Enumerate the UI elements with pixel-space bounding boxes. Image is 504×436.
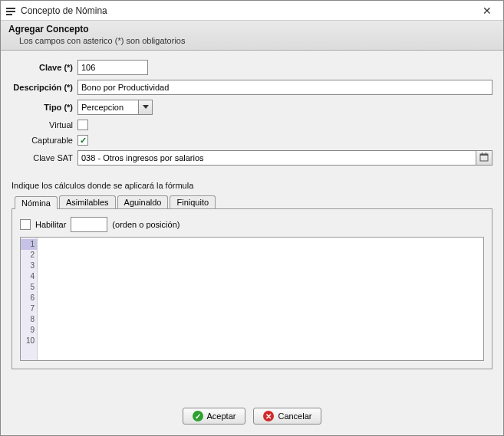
chevron-down-icon — [138, 100, 152, 114]
svg-rect-4 — [480, 154, 488, 156]
clavesat-label: Clave SAT — [12, 153, 77, 162]
tab-panel: Habilitar (orden o posición) 1 2 3 4 5 6… — [12, 208, 492, 369]
clave-label: Clave (*) — [12, 63, 77, 72]
form-area: Clave (*) Descripción (*) Tipo (*) Perce… — [1, 51, 503, 175]
line-number: 6 — [21, 293, 37, 303]
virtual-label: Virtual — [12, 120, 77, 129]
dialog-window: Concepto de Nómina ✕ Agregar Concepto Lo… — [0, 0, 504, 436]
cancel-label: Cancelar — [278, 411, 311, 421]
close-button[interactable]: ✕ — [476, 3, 499, 18]
line-number: 5 — [21, 282, 37, 293]
header-subtitle: Los campos con asterico (*) son obligato… — [19, 36, 496, 45]
app-icon — [5, 5, 16, 16]
line-number: 7 — [21, 303, 37, 314]
calendar-icon — [479, 152, 489, 163]
tab-aguinaldo[interactable]: Aguinaldo — [117, 195, 169, 208]
orden-input[interactable] — [71, 217, 107, 232]
window-title: Concepto de Nómina — [21, 5, 476, 16]
cancel-button[interactable]: ✕ Cancelar — [253, 408, 321, 425]
cancel-icon: ✕ — [263, 411, 274, 421]
accept-button[interactable]: ✓ Aceptar — [183, 408, 246, 425]
code-editor[interactable]: 1 2 3 4 5 6 7 8 9 10 — [20, 237, 484, 361]
line-number: 2 — [21, 250, 37, 261]
tipo-label: Tipo (*) — [12, 103, 77, 112]
tab-asimilables[interactable]: Asimilables — [59, 195, 116, 208]
virtual-checkbox[interactable] — [77, 120, 88, 130]
tab-nomina[interactable]: Nómina — [15, 196, 58, 209]
tipo-select-value: Percepcion — [81, 103, 124, 112]
tabs-area: Nómina Asimilables Aguinaldo Finiquito H… — [12, 193, 492, 369]
orden-hint: (orden o posición) — [112, 220, 180, 229]
clave-input[interactable] — [77, 60, 148, 75]
line-number: 8 — [21, 314, 37, 325]
line-number: 1 — [21, 239, 37, 250]
tab-finiquito[interactable]: Finiquito — [170, 195, 216, 208]
habilitar-checkbox[interactable] — [20, 219, 31, 230]
line-number: 3 — [21, 261, 37, 271]
svg-rect-2 — [6, 14, 12, 15]
tipo-select[interactable]: Percepcion — [77, 100, 153, 115]
line-gutter: 1 2 3 4 5 6 7 8 9 10 — [21, 238, 38, 360]
clavesat-input[interactable] — [77, 150, 476, 166]
code-body[interactable] — [38, 238, 483, 360]
header-title: Agregar Concepto — [8, 24, 496, 34]
habilitar-label: Habilitar — [35, 220, 66, 229]
descripcion-label: Descripción (*) — [12, 83, 77, 92]
line-number: 9 — [21, 325, 37, 336]
svg-rect-0 — [6, 8, 15, 9]
titlebar: Concepto de Nómina ✕ — [1, 1, 503, 21]
button-bar: ✓ Aceptar ✕ Cancelar — [1, 369, 503, 435]
clavesat-lookup-button[interactable] — [476, 150, 492, 166]
header-strip: Agregar Concepto Los campos con asterico… — [1, 21, 503, 51]
tabs-instruction: Indique los cálculos donde se aplicará l… — [12, 181, 492, 190]
svg-rect-1 — [6, 11, 15, 12]
check-icon: ✓ — [193, 411, 203, 421]
tabstrip: Nómina Asimilables Aguinaldo Finiquito — [12, 193, 492, 208]
svg-rect-5 — [482, 152, 483, 155]
close-icon: ✕ — [483, 5, 492, 17]
line-number: 4 — [21, 271, 37, 282]
accept-label: Aceptar — [207, 411, 236, 421]
descripcion-input[interactable] — [77, 80, 492, 95]
svg-rect-6 — [486, 152, 486, 155]
capturable-checkbox[interactable] — [77, 135, 88, 146]
line-number: 10 — [21, 336, 37, 346]
capturable-label: Capturable — [12, 136, 77, 145]
